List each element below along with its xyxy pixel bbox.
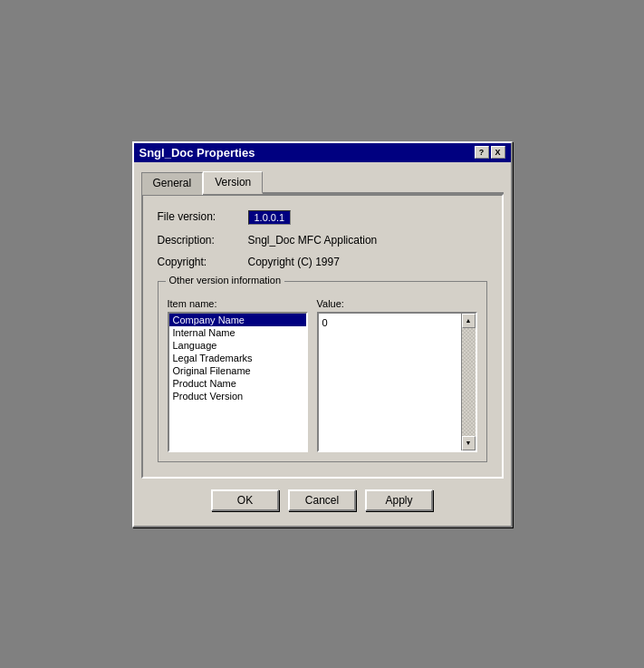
properties-window: Sngl_Doc Properties ? X General Version … (132, 141, 513, 528)
copyright-row: Copyright: Copyright (C) 1997 (158, 256, 487, 268)
list-item[interactable]: Product Version (169, 390, 306, 402)
file-version-label: File version: (158, 210, 248, 223)
value-content: 0 (321, 315, 474, 330)
apply-button[interactable]: Apply (365, 489, 433, 511)
ok-button[interactable]: OK (211, 489, 279, 511)
tab-strip: General Version (141, 169, 504, 194)
copyright-value: Copyright (C) 1997 (248, 256, 340, 268)
window-body: General Version File version: 1.0.0.1 De… (134, 162, 511, 526)
close-button[interactable]: X (491, 146, 505, 159)
value-column: Value: 0 ▲ ▼ (317, 298, 477, 452)
list-item[interactable]: Language (169, 339, 306, 352)
list-item[interactable]: Internal Name (169, 326, 306, 339)
description-label: Description: (158, 234, 248, 247)
list-item[interactable]: Product Name (169, 377, 306, 390)
item-listbox[interactable]: Company Name Internal Name Language Lega… (168, 312, 308, 452)
tab-version[interactable]: Version (203, 171, 263, 194)
title-bar-controls: ? X (475, 146, 505, 159)
help-button[interactable]: ? (475, 146, 489, 159)
cancel-button[interactable]: Cancel (288, 489, 356, 511)
copyright-label: Copyright: (158, 256, 248, 268)
list-item[interactable]: Original Filename (169, 364, 306, 377)
list-item[interactable]: Company Name (169, 314, 306, 326)
scroll-up-button[interactable]: ▲ (462, 314, 476, 328)
button-row: OK Cancel Apply (141, 479, 504, 518)
window-title: Sngl_Doc Properties (139, 146, 475, 160)
group-legend: Other version information (166, 275, 285, 286)
tab-content-version: File version: 1.0.0.1 Description: Sngl_… (141, 194, 504, 479)
item-name-column: Item name: Company Name Internal Name La… (168, 298, 308, 452)
file-version-row: File version: 1.0.0.1 (158, 210, 487, 225)
value-header: Value: (317, 298, 477, 309)
item-name-header: Item name: (168, 298, 308, 309)
file-version-value: 1.0.0.1 (248, 210, 292, 225)
two-column-layout: Item name: Company Name Internal Name La… (168, 298, 477, 452)
scroll-down-button[interactable]: ▼ (462, 436, 476, 450)
title-bar: Sngl_Doc Properties ? X (134, 143, 511, 162)
tab-general[interactable]: General (141, 172, 204, 195)
other-version-group: Other version information Item name: Com… (158, 281, 487, 462)
value-box: 0 ▲ ▼ (317, 312, 477, 452)
description-value: Sngl_Doc MFC Application (248, 234, 378, 247)
scrollbar[interactable]: ▲ ▼ (461, 314, 476, 450)
list-item[interactable]: Legal Trademarks (169, 352, 306, 364)
description-row: Description: Sngl_Doc MFC Application (158, 234, 487, 247)
scroll-thumb-area (462, 328, 476, 436)
